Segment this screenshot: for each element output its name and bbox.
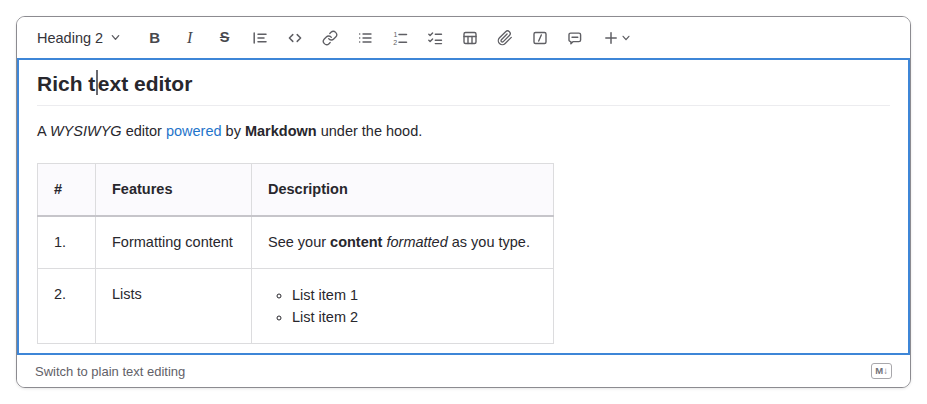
editor-toolbar: Heading 2 B I S (17, 17, 910, 58)
document-paragraph: A WYSIWYG editor powered by Markdown und… (37, 121, 890, 142)
heading-text-before-caret: Rich t (37, 72, 95, 95)
attach-file-button[interactable] (491, 24, 518, 51)
italic-button[interactable]: I (176, 24, 203, 51)
more-options-dropdown[interactable] (596, 24, 638, 51)
paragraph-text: A (37, 123, 50, 139)
bold-icon: B (149, 30, 160, 45)
task-list-button[interactable] (421, 24, 448, 51)
code-button[interactable] (281, 24, 308, 51)
bold-text: content (330, 234, 382, 250)
svg-text:1: 1 (393, 31, 397, 38)
strikethrough-button[interactable]: S (211, 24, 238, 51)
document-heading: Rich text editor (37, 70, 890, 106)
editor-content-area[interactable]: Rich text editor A WYSIWYG editor powere… (17, 58, 910, 355)
list-item: List item 2 (292, 306, 537, 328)
page: Heading 2 B I S (0, 0, 927, 404)
chevron-down-icon (110, 32, 121, 43)
table-cell: 1. (38, 216, 96, 269)
bold-text: Markdown (245, 123, 317, 139)
paragraph-text: by (222, 123, 245, 139)
table-cell: 2. (38, 269, 96, 344)
comment-icon (567, 30, 583, 46)
code-icon (287, 30, 303, 46)
comment-button[interactable] (561, 24, 588, 51)
insert-table-button[interactable] (456, 24, 483, 51)
plus-icon (603, 30, 619, 46)
chevron-down-icon (621, 33, 631, 43)
table-row: 1. Formatting content See your content f… (38, 216, 554, 269)
task-list-icon (427, 30, 443, 46)
cell-text: See your (268, 234, 330, 250)
editor-footer: Switch to plain text editing M↓ (17, 355, 910, 387)
link-icon (322, 30, 338, 46)
heading-text-after-caret: ext editor (98, 72, 193, 95)
paperclip-icon (497, 30, 513, 46)
ordered-list-icon: 1 2 (392, 30, 408, 46)
switch-to-plain-text-button[interactable]: Switch to plain text editing (35, 364, 185, 379)
bold-button[interactable]: B (141, 24, 168, 51)
italic-text: formatted (386, 234, 447, 250)
bullet-list-button[interactable] (351, 24, 378, 51)
document-table: # Features Description 1. Formatting con… (37, 163, 554, 344)
quick-action-button[interactable] (526, 24, 553, 51)
italic-icon: I (187, 30, 192, 46)
table-row: 2. Lists List item 1 List item 2 (38, 269, 554, 344)
list-item: List item 1 (292, 284, 537, 306)
bullet-list: List item 1 List item 2 (268, 284, 537, 328)
blockquote-button[interactable] (246, 24, 273, 51)
table-header-cell: Description (252, 164, 554, 217)
powered-link[interactable]: powered (166, 123, 222, 139)
table-icon (462, 30, 478, 46)
table-cell: Formatting content (96, 216, 252, 269)
paragraph-text: editor (122, 123, 166, 139)
table-header-row: # Features Description (38, 164, 554, 217)
table-cell: Lists (96, 269, 252, 344)
text-style-label: Heading 2 (37, 30, 103, 46)
table-header-cell: # (38, 164, 96, 217)
cell-text: as you type. (448, 234, 530, 250)
table-header-cell: Features (96, 164, 252, 217)
blockquote-icon (252, 30, 268, 46)
text-style-dropdown[interactable]: Heading 2 (29, 28, 129, 48)
rich-text-editor: Heading 2 B I S (16, 16, 911, 388)
link-button[interactable] (316, 24, 343, 51)
bullet-list-icon (357, 30, 373, 46)
markdown-icon[interactable]: M↓ (871, 363, 892, 378)
paragraph-text: under the hood. (317, 123, 423, 139)
italic-text: WYSIWYG (50, 123, 122, 139)
table-cell: See your content formatted as you type. (252, 216, 554, 269)
strikethrough-icon: S (220, 30, 230, 45)
table-cell: List item 1 List item 2 (252, 269, 554, 344)
svg-text:2: 2 (393, 39, 397, 46)
ordered-list-button[interactable]: 1 2 (386, 24, 413, 51)
slash-square-icon (532, 30, 548, 46)
